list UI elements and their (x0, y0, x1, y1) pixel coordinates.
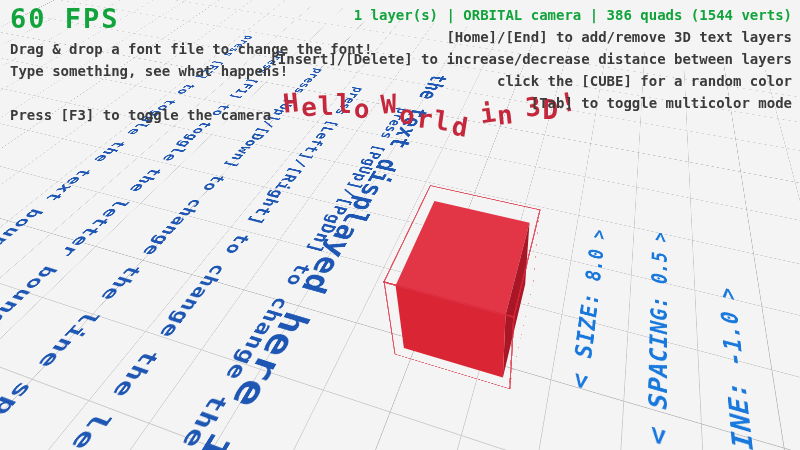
control-label-size: < SIZE: 8.0 > (565, 227, 611, 393)
hud-instruction-line: [Insert]/[Delete] to increase/decrease d… (269, 48, 792, 70)
control-label-lbox: < LBOX: OFF > (791, 337, 800, 450)
font-demo-app: press [F2] to toggle the text boundarypr… (0, 0, 800, 450)
control-label-line: < LINE: -1.0 > (713, 284, 767, 450)
status-line: 1 layer(s) | ORBITAL camera | 386 quads … (269, 4, 792, 26)
hud-instruction-line: [Home]/[End] to add/remove 3D text layer… (269, 26, 792, 48)
hud-top-right: 1 layer(s) | ORBITAL camera | 386 quads … (269, 4, 792, 114)
hud-instruction-line: [Tab] to toggle multicolor mode (269, 92, 792, 114)
hud-instruction-line: click the [CUBE] for a random color (269, 70, 792, 92)
hud-right-instructions: [Home]/[End] to add/remove 3D text layer… (269, 26, 792, 114)
control-label-spacing: < SPACING: 0.5 > (641, 229, 673, 449)
